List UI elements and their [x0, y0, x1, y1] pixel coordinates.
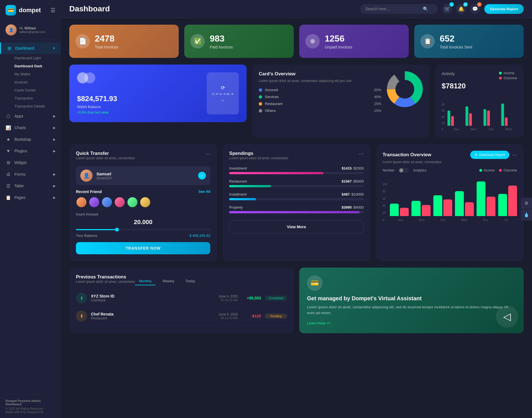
friend-avatar-1[interactable]: [76, 197, 87, 208]
tab-monthly[interactable]: Monthly: [135, 277, 155, 285]
cart-badge[interactable]: 🛒 2: [442, 4, 452, 14]
avatar: 👤: [6, 24, 17, 35]
generate-report-button[interactable]: Generate Report: [484, 4, 524, 14]
slider-thumb: [115, 228, 119, 232]
sidebar-item-charts[interactable]: 📊 Charts ▶: [0, 122, 61, 134]
spending-property-top: Property $3890 /$4000: [229, 205, 364, 209]
sidebar-item-apps[interactable]: ⬡ Apps ▶: [0, 110, 61, 122]
sidebar-item-widget[interactable]: ⚙ Widget: [0, 157, 61, 168]
chevron-down-wallet-icon: ⌄: [221, 98, 224, 102]
charts-label: Charts: [14, 125, 26, 130]
unpaid-invoices-label: Unpaid Invoices: [325, 45, 352, 49]
search-input[interactable]: [365, 7, 421, 11]
overview-items: Account 20% Services 40% Restaurant 15%: [259, 88, 381, 113]
lower-row: Previous Transactions Lorem ipsum dolor …: [69, 268, 524, 333]
txn-name-2: Chef Renata: [91, 312, 209, 316]
theme-edge-button[interactable]: 💧: [521, 209, 532, 220]
quick-transfer-header: Quick Transfer Lorem ipsum dolor sit ame…: [76, 151, 210, 165]
sidebar-item-forms[interactable]: 🖨 Forms ▶: [0, 168, 61, 180]
big-bar-group-fri: [498, 186, 517, 216]
item-pct-restaurant: 15%: [374, 102, 381, 106]
spendings-menu-icon[interactable]: ⋯: [359, 151, 364, 157]
contact-avatar: 👤: [80, 170, 93, 182]
txn-date-2: June 5, 2020 08:12:10 AM: [213, 312, 238, 320]
total-invoices-icon: 📄: [75, 34, 90, 48]
bar-group-wed: [501, 104, 517, 126]
table-row: ⬇ XYZ Store ID Cashback June 4, 2020 05:…: [76, 289, 287, 307]
big-bar-group-mon: [411, 201, 430, 216]
submenu-transaction[interactable]: Transaction: [14, 94, 61, 102]
settings-edge-button[interactable]: ⚙: [521, 198, 532, 209]
sidebar-item-bootstrap[interactable]: ★ Bootstrap ▶: [0, 134, 61, 145]
download-report-button[interactable]: ⬇ Download Report: [470, 151, 509, 159]
txn-icon-2: ⬆: [76, 311, 87, 322]
quick-transfer-title-area: Quick Transfer Lorem ipsum dolor sit ame…: [76, 151, 135, 165]
see-all-link[interactable]: See All: [198, 189, 210, 194]
txn-menu-icon[interactable]: ⋯: [512, 152, 517, 158]
overview-item-restaurant: Restaurant 15%: [259, 102, 381, 106]
sidebar-item-plugins[interactable]: ♥ Plugins ▶: [0, 145, 61, 157]
messages-badge[interactable]: 💬 5: [470, 4, 480, 14]
spending-property-fill: [229, 211, 360, 213]
logo-text: dompet: [19, 7, 41, 14]
transaction-overview-card: Transaction Overview ⬇ Download Report ⋯…: [376, 144, 524, 261]
va-icon: 💳: [307, 275, 323, 291]
contact-name: Samuel: [96, 171, 112, 176]
hamburger-icon[interactable]: ☰: [50, 7, 55, 14]
bar-label-mon: Mon: [465, 127, 482, 131]
search-icon[interactable]: 🔍: [423, 6, 428, 12]
item-label-restaurant: Restaurant: [265, 102, 371, 106]
sidebar-item-table[interactable]: ☰ Table ▶: [0, 180, 61, 192]
friend-avatar-3[interactable]: [101, 197, 112, 208]
friend-avatar-4[interactable]: [114, 197, 125, 208]
big-bar-income-wed: [455, 191, 464, 216]
big-y-axis: 100806040200: [383, 183, 388, 222]
paid-invoices-info: 983 Paid Invoices: [210, 33, 233, 49]
prev-tab-group: Monthly Weekly Today: [135, 277, 199, 285]
spending-property: Property $3890 /$4000: [229, 205, 364, 213]
transfer-now-button[interactable]: TRANSFER NOW: [76, 242, 210, 254]
bootstrap-chevron-icon: ▶: [53, 138, 55, 141]
wallet-change-button[interactable]: ⟳ Change ⌄: [207, 72, 239, 114]
profile-email: william@gmail.com: [19, 30, 45, 34]
toggle-switch[interactable]: [399, 168, 409, 173]
submenu-transaction-details[interactable]: Transaction Details: [14, 102, 61, 110]
spending-restaurant-fill: [229, 185, 271, 187]
quick-transfer-title: Quick Transfer: [76, 151, 135, 156]
tab-weekly[interactable]: Weekly: [159, 277, 178, 285]
sidebar-item-pages[interactable]: 📋 Pages ▶: [0, 192, 61, 203]
spending-property-label: Property: [229, 205, 243, 209]
dot-restaurant: [259, 102, 262, 106]
learn-more-link[interactable]: Learn more >>: [307, 321, 331, 325]
bottom-row: Quick Transfer Lorem ipsum dolor sit ame…: [69, 144, 524, 261]
right-edge-buttons: ⚙ 💧: [521, 198, 532, 220]
content-area: 📄 2478 Total Invoices ✅ 983 Paid Invoice…: [61, 18, 532, 340]
amount-slider[interactable]: [76, 229, 210, 230]
submenu-dashboard-light[interactable]: Dashboard Light: [14, 54, 61, 62]
big-bar-group-thu: [477, 181, 495, 216]
friend-avatar-2[interactable]: [89, 197, 100, 208]
pages-chevron-icon: ▶: [53, 196, 55, 199]
submenu-dashboard-dark[interactable]: Dashboard Dark: [14, 62, 61, 70]
txn-label-sun: Sun: [390, 218, 411, 222]
submenu-cards-center[interactable]: Cards Center: [14, 86, 61, 94]
quick-transfer-menu-icon[interactable]: ⋯: [205, 151, 210, 157]
paid-invoices-label: Paid Invoices: [210, 45, 233, 49]
txn-labels: Sun Mon Tue Wed Thu Fri: [390, 218, 517, 222]
total-invoices-number: 2478: [95, 33, 118, 44]
spendings-header: Spendings Lorem ipsum dolor sit amet, co…: [229, 151, 364, 165]
chevron-down-icon: ▼: [52, 47, 55, 50]
submenu-invoices[interactable]: Invoices: [14, 78, 61, 86]
unpaid-invoices-icon: ⊗: [305, 34, 320, 48]
submenu-my-wallet[interactable]: My Wallet: [14, 70, 61, 78]
tab-today[interactable]: Today: [181, 277, 199, 285]
sidebar-item-dashboard[interactable]: ⊞ Dashboard ▼: [0, 42, 61, 54]
big-bar-income-sun: [390, 204, 399, 216]
pie-chart: [387, 71, 423, 107]
friend-avatar-5[interactable]: [127, 197, 138, 208]
bell-badge[interactable]: 🔔 12: [456, 4, 466, 14]
overview-item-services: Services 40%: [259, 95, 381, 99]
view-more-button[interactable]: View More: [229, 220, 364, 233]
bar-label-tue: Tue: [482, 127, 500, 131]
friend-avatar-6[interactable]: [140, 197, 151, 208]
